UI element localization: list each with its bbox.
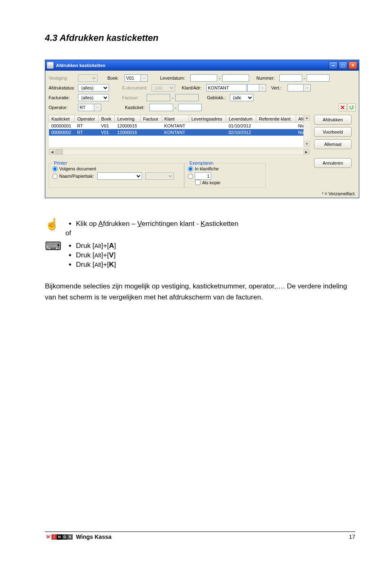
vert-input[interactable] [287,84,304,92]
nummer-to[interactable] [307,74,330,82]
horizontal-scrollbar[interactable]: ◀ ▶ [49,149,310,155]
mouse-step: Klik op Afdrukken – Verrichtingen klant … [76,220,238,228]
factuur-to [175,94,199,101]
allemaal-button[interactable]: Allemaal [314,139,352,149]
table-row[interactable]: 00000001 RT V01 12000015 KONTANT 01/10/2… [49,123,310,130]
scroll-left-button[interactable]: ◀ [49,149,55,154]
dash4: - [173,105,178,110]
titlebar: Afdrukken kasticketten – □ × [45,60,359,71]
scroll-thumb[interactable] [56,149,63,154]
label-vestiging: Vestiging: [49,76,78,80]
label-factuur: Factuur: [122,95,147,100]
papierbak-select [145,172,174,180]
col-klant[interactable]: Klant [162,115,189,123]
close-button[interactable]: × [348,61,357,69]
kasticket-from[interactable] [149,104,173,111]
kb-step-2: Druk [Alt]+[V] [76,251,116,259]
maximize-button[interactable]: □ [339,61,347,69]
col-leveringsadres[interactable]: Leveringsadres [189,115,226,123]
table-row-empty [49,136,310,147]
alskopie-checkbox[interactable]: Als kopie [195,180,262,185]
page-number: 17 [349,534,355,540]
dialog-window: Afdrukken kasticketten – □ × Vestiging: … [45,60,359,198]
label-operator: Operator: [49,105,78,110]
data-table: Kasticket Operator Boek Levering Factuur… [49,115,310,147]
x-icon [340,105,345,110]
naam-papierbak-radio[interactable]: Naam/Papierbak: [52,172,180,180]
wings-logo: WiNGS [45,534,73,540]
kasticket-to[interactable] [178,104,202,111]
afdrukken-button[interactable]: Afdrukken [314,115,352,125]
col-factuur[interactable]: Factuur [140,115,162,123]
scroll-down-button[interactable]: ▼ [304,141,310,147]
body-paragraph: Bijkomende selecties zijn mogelijk op ve… [45,281,355,303]
klantadr-input[interactable] [206,84,247,92]
factuur-from [147,94,170,101]
mouse-instruction: ☝ Klik op Afdrukken – Verrichtingen klan… [45,219,355,237]
nummer-from[interactable] [279,74,302,82]
of-separator: of [65,229,238,237]
delete-filter-button[interactable] [339,103,347,112]
col-leverdatum[interactable]: Leverdatum [226,115,256,123]
col-operator[interactable]: Operator [75,115,99,123]
inklantfiche-radio[interactable]: In klantfiche [188,165,262,172]
scroll-right-button[interactable]: ▶ [303,149,310,154]
kb-step-3: Druk [Alt]+[K] [76,261,116,269]
boek-input[interactable] [125,74,141,82]
label-geblokk: Geblokk.: [207,95,230,100]
copies-input[interactable] [195,172,211,180]
leverdatum-to[interactable] [222,74,249,82]
label-edoc: E-document: [122,85,151,90]
window-title: Afdrukken kasticketten [56,63,328,68]
edoc-select: (alles) [151,84,175,92]
vertical-scrollbar[interactable]: ▲ ▼ [303,115,310,147]
minimize-button[interactable]: – [329,61,338,69]
geblokk-select[interactable]: (alles) [230,94,254,101]
printer-legend: Printer [52,161,69,165]
leverdatum-from[interactable] [190,74,217,82]
kb-step-1: Druk [Alt]+[A] [76,242,116,250]
col-refklant[interactable]: Referentie klant: [256,115,296,123]
mouse-icon: ☝ [45,219,59,230]
col-levering[interactable]: Levering [115,115,140,123]
voorbeeld-button[interactable]: Voorbeeld [314,127,352,137]
col-boek[interactable]: Boek [98,115,114,123]
facturatie-select[interactable]: (alles) [78,94,109,101]
klantadr-lookup-button[interactable]: ··· [259,84,266,92]
filter-form: Vestiging: Boek: ··· Leverdatum: - Numme… [45,71,359,113]
label-afdrukstatus: Afdrukstatus: [49,85,78,90]
operator-input[interactable] [78,104,94,111]
refresh-icon [349,105,354,110]
dash1: - [217,76,222,80]
table-row-selected[interactable]: 00000002 RT V01 12000016 KONTANT 02/10/2… [49,129,310,136]
label-vert: Vert.: [271,85,287,90]
label-facturatie: Facturatie: [49,95,78,100]
printer-select[interactable] [97,172,142,180]
afdrukstatus-select[interactable]: (alles) [78,84,109,92]
page-footer: WiNGS Wings Kassa 17 [45,532,355,540]
label-nummer: Nummer: [256,76,279,80]
vestiging-select [78,74,98,82]
scroll-up-button[interactable]: ▲ [304,115,310,121]
adr-input[interactable] [247,84,259,92]
data-table-box: Kasticket Operator Boek Levering Factuur… [49,115,310,147]
label-kasticket: Kasticket: [125,105,149,110]
boek-lookup-button[interactable]: ··· [140,74,148,82]
annuleren-button[interactable]: Annuleren [314,158,352,168]
volgens-document-radio[interactable]: Volgens document [52,165,180,172]
refresh-button[interactable] [347,103,356,112]
exemplaren-group: Exemplaren In klantfiche Als kopie [184,163,266,188]
operator-lookup-button[interactable]: ··· [94,104,101,111]
footnote: ¹ = Verzamelfact. [45,190,359,198]
exemplaren-legend: Exemplaren [188,161,215,165]
app-icon [47,62,53,69]
keyboard-icon: ⌨ [45,241,61,252]
col-kasticket[interactable]: Kasticket [49,115,75,123]
label-boek: Boek: [107,76,125,80]
dash3: - [170,95,175,100]
vert-lookup-button[interactable]: ··· [303,84,311,92]
count-radio[interactable] [188,172,262,180]
printer-group: Printer Volgens document Naam/Papierbak: [49,163,184,188]
label-klantadr: Klant/Adr: [182,85,206,90]
dash2: - [302,76,307,80]
